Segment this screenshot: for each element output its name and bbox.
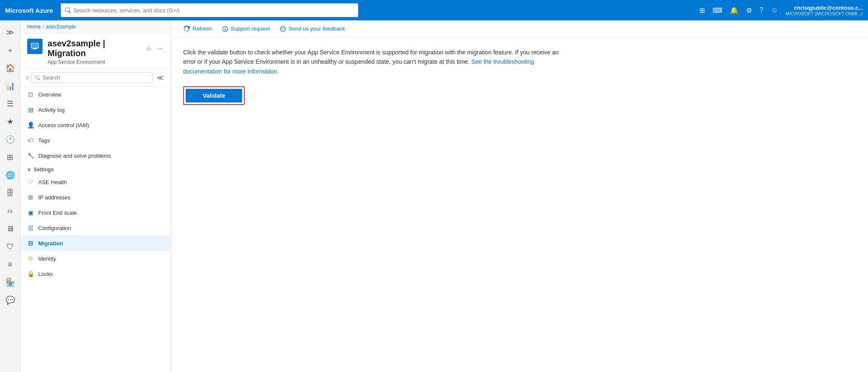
cost-icon[interactable]: ≡: [2, 256, 19, 273]
recent-icon[interactable]: 🕐: [2, 131, 19, 148]
app-services-icon[interactable]: 🌐: [2, 167, 19, 184]
create-icon[interactable]: ＋: [2, 42, 19, 59]
breadcrumb-resource[interactable]: asev2sample: [46, 24, 76, 30]
portal-icon[interactable]: ⊞: [697, 5, 707, 16]
svg-point-7: [280, 26, 286, 31]
refresh-button[interactable]: Refresh: [180, 23, 216, 34]
settings-icon[interactable]: ⚙: [744, 5, 755, 16]
svg-rect-3: [33, 48, 37, 49]
expand-nav-icon[interactable]: ≫: [2, 24, 19, 41]
resource-title-area: asev2sample | Migration ☆ ··· App Servic…: [48, 39, 164, 65]
validate-button-wrapper: Validate: [183, 86, 245, 105]
sidebar-icons: ≫ ＋ 🏠 📊 ☰ ★ 🕐 ⊞ 🌐 🗄 ‹› 🖥 🛡 ≡ 🏪 💬: [0, 20, 20, 372]
marketplace-icon[interactable]: 🏪: [2, 274, 19, 291]
nav-search-input[interactable]: [42, 74, 149, 81]
monitor-icon[interactable]: 🖥: [2, 220, 19, 237]
all-services-icon[interactable]: ☰: [2, 95, 19, 112]
sidebar-item-identity[interactable]: ⚙ Identity: [20, 251, 171, 266]
breadcrumb-home[interactable]: Home: [27, 24, 41, 30]
sidebar-item-ip-addresses[interactable]: ⊞ IP addresses: [20, 190, 171, 205]
nav-search-diamond-icon: ◇: [25, 75, 29, 80]
help-icon[interactable]: ?: [757, 5, 766, 16]
config-icon: |||: [27, 224, 34, 231]
scale-icon: ▣: [27, 209, 34, 216]
sidebar-item-activity-log[interactable]: ▤ Activity log: [20, 102, 171, 117]
ip-icon: ⊞: [27, 194, 34, 201]
sidebar-item-locks[interactable]: 🔒 Locks: [20, 266, 171, 281]
tags-icon: 🏷: [27, 137, 34, 144]
diagnose-icon: 🔧: [27, 152, 34, 159]
svg-point-8: [282, 29, 283, 30]
nav-search-box[interactable]: [31, 72, 153, 83]
feedback-icon[interactable]: ☺: [769, 5, 780, 16]
resource-navigation: Home › asev2sample asev2sample | Migrati…: [20, 20, 171, 372]
sidebar-item-configuration[interactable]: ||| Configuration: [20, 220, 171, 236]
resource-type-icon: [27, 39, 42, 54]
identity-icon: ⚙: [27, 255, 34, 262]
sidebar-item-label: Activity log: [38, 107, 65, 113]
sidebar-item-label: Identity: [38, 256, 56, 262]
nav-search-area: ◇ ≪: [20, 69, 171, 87]
svg-point-9: [283, 29, 284, 30]
resource-groups-icon[interactable]: ⊞: [2, 149, 19, 166]
feedback-button[interactable]: Send us your feedback: [276, 23, 349, 34]
main-area: ≫ ＋ 🏠 📊 ☰ ★ 🕐 ⊞ 🌐 🗄 ‹› 🖥 🛡 ≡ 🏪 💬 Home › …: [0, 20, 868, 372]
more-options-button[interactable]: ···: [157, 44, 164, 53]
settings-section-header[interactable]: ∨ Settings: [20, 163, 171, 174]
sidebar-item-access-control[interactable]: 👤 Access control (IAM): [20, 117, 171, 133]
security-icon[interactable]: 🛡: [2, 238, 19, 255]
refresh-icon: [184, 26, 190, 32]
sidebar-item-front-end-scale[interactable]: ▣ Front End scale: [20, 205, 171, 220]
dashboard-icon[interactable]: 📊: [2, 77, 19, 94]
favorite-button[interactable]: ☆: [145, 44, 153, 54]
collapse-panel-button[interactable]: ≪: [155, 73, 166, 82]
sidebar-item-label: Access control (IAM): [38, 122, 89, 128]
health-icon: ♡: [27, 179, 34, 185]
activity-icon: ▤: [27, 106, 34, 113]
migration-icon: ⊟: [27, 240, 34, 247]
toolbar: Refresh Support request Send us your fee…: [171, 20, 868, 37]
sidebar-item-label: Configuration: [38, 225, 71, 231]
home-icon[interactable]: 🏠: [2, 60, 19, 77]
global-search-input[interactable]: [73, 7, 353, 14]
sidebar-item-label: Diagnose and solve problems: [38, 153, 111, 159]
sidebar-item-migration[interactable]: ⊟ Migration: [20, 236, 171, 251]
sidebar-item-label: IP addresses: [38, 194, 71, 201]
favorites-icon[interactable]: ★: [2, 113, 19, 130]
sidebar-item-label: Overview: [38, 91, 61, 98]
brand-logo: Microsoft Azure: [5, 7, 53, 14]
breadcrumb-separator: ›: [42, 24, 44, 29]
content-body: Click the validate button to check wheth…: [171, 37, 868, 372]
cloud-shell-icon[interactable]: ⌨: [710, 5, 725, 16]
search-icon: [35, 75, 40, 80]
sidebar-item-label: Front End scale: [38, 210, 77, 216]
support-icon: [222, 26, 228, 32]
sidebar-item-diagnose[interactable]: 🔧 Diagnose and solve problems: [20, 148, 171, 163]
global-search-box[interactable]: [61, 3, 358, 17]
user-profile[interactable]: chrisqpublic@contoso.c... MICROSOFT (MIC…: [786, 5, 863, 16]
feedback-icon: [280, 26, 286, 32]
sidebar-item-label: Locks: [38, 271, 53, 277]
content-area: Refresh Support request Send us your fee…: [171, 20, 868, 372]
overview-icon: ⊡: [27, 91, 34, 98]
top-nav-icons: ⊞ ⌨ 🔔 ⚙ ? ☺ chrisqpublic@contoso.c... MI…: [697, 5, 863, 16]
code-icon[interactable]: ‹›: [2, 202, 19, 219]
sql-icon[interactable]: 🗄: [2, 185, 19, 202]
support-request-button[interactable]: Support request: [218, 23, 274, 34]
validate-button[interactable]: Validate: [186, 89, 242, 102]
svg-rect-6: [225, 28, 226, 30]
notifications-icon[interactable]: 🔔: [727, 5, 741, 16]
sidebar-item-tags[interactable]: 🏷 Tags: [20, 133, 171, 148]
settings-chevron-icon: ∨: [27, 167, 31, 173]
search-icon: [65, 7, 71, 13]
svg-rect-2: [34, 49, 37, 50]
sidebar-item-overview[interactable]: ⊡ Overview: [20, 87, 171, 102]
locks-icon: 🔒: [27, 270, 34, 277]
resource-header: asev2sample | Migration ☆ ··· App Servic…: [20, 34, 171, 69]
chat-icon[interactable]: 💬: [2, 292, 19, 309]
sidebar-item-label: Tags: [38, 137, 50, 144]
sidebar-item-ase-health[interactable]: ♡ ASE Health: [20, 174, 171, 190]
info-description: Click the validate button to check wheth…: [183, 48, 565, 76]
settings-section-label: Settings: [34, 167, 54, 173]
top-navigation: Microsoft Azure ⊞ ⌨ 🔔 ⚙ ? ☺ chrisqpublic…: [0, 0, 868, 20]
